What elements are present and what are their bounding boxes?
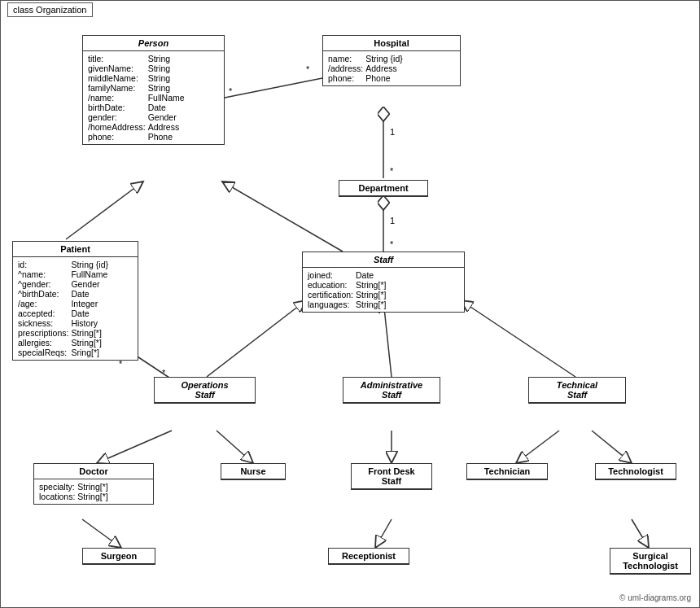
- svg-text:*: *: [306, 64, 310, 74]
- class-surgical-technologist-title: SurgicalTechnologist: [610, 549, 690, 574]
- svg-line-21: [217, 431, 253, 463]
- class-technologist: Technologist: [595, 463, 676, 480]
- class-staff: Staff joined:Date education:String[*] ce…: [302, 252, 465, 313]
- class-nurse-title: Nurse: [221, 464, 285, 479]
- class-doctor-attrs: specialty:String[*] locations:String[*]: [34, 479, 153, 504]
- svg-line-26: [375, 519, 392, 548]
- svg-line-24: [592, 431, 632, 463]
- svg-line-3: [221, 78, 322, 98]
- class-department: Department: [339, 180, 428, 197]
- class-surgical-technologist: SurgicalTechnologist: [610, 548, 691, 575]
- class-patient-title: Patient: [13, 242, 138, 257]
- svg-line-12: [66, 182, 143, 239]
- class-doctor: Doctor specialty:String[*] locations:Str…: [33, 463, 154, 505]
- class-staff-title: Staff: [303, 252, 464, 268]
- class-person-attrs: title:String givenName:String middleName…: [83, 51, 224, 144]
- svg-line-17: [207, 300, 306, 377]
- class-technician-title: Technician: [467, 464, 547, 479]
- class-hospital-title: Hospital: [323, 36, 460, 51]
- svg-line-13: [222, 182, 343, 252]
- class-surgeon-title: Surgeon: [83, 549, 155, 564]
- class-nurse: Nurse: [221, 463, 286, 480]
- class-front-desk-staff-title: Front DeskStaff: [352, 464, 431, 489]
- diagram-title: class Organization: [7, 2, 93, 17]
- svg-text:*: *: [229, 86, 233, 96]
- diagram-container: class Organization * * 1 *: [0, 0, 700, 608]
- class-person-title: Person: [83, 36, 224, 51]
- class-staff-attrs: joined:Date education:String[*] certific…: [303, 268, 464, 312]
- class-receptionist-title: Receptionist: [329, 549, 409, 564]
- class-operations-staff: OperationsStaff: [154, 377, 256, 404]
- class-technologist-title: Technologist: [596, 464, 676, 479]
- class-patient: Patient id:String {id} ^name:FullName ^g…: [12, 241, 138, 361]
- class-front-desk-staff: Front DeskStaff: [351, 463, 432, 490]
- class-hospital-attrs: name:String {id} /address:Address phone:…: [323, 51, 460, 85]
- class-technician: Technician: [466, 463, 548, 480]
- svg-text:*: *: [390, 239, 394, 249]
- class-technical-staff-title: TechnicalStaff: [529, 378, 625, 403]
- svg-line-23: [516, 431, 559, 463]
- svg-line-25: [82, 519, 121, 548]
- svg-text:*: *: [390, 166, 394, 176]
- svg-line-27: [632, 519, 649, 548]
- class-patient-attrs: id:String {id} ^name:FullName ^gender:Ge…: [13, 257, 138, 360]
- class-person: Person title:String givenName:String mid…: [82, 35, 225, 145]
- class-department-title: Department: [339, 181, 427, 196]
- copyright-text: © uml-diagrams.org: [619, 593, 691, 602]
- class-operations-staff-title: OperationsStaff: [155, 378, 255, 403]
- class-administrative-staff: AdministrativeStaff: [343, 377, 440, 404]
- svg-text:1: 1: [390, 127, 395, 137]
- class-surgeon: Surgeon: [82, 548, 155, 565]
- class-technical-staff: TechnicalStaff: [528, 377, 626, 404]
- class-hospital: Hospital name:String {id} /address:Addre…: [322, 35, 461, 86]
- class-doctor-title: Doctor: [34, 464, 153, 479]
- class-receptionist: Receptionist: [328, 548, 409, 565]
- svg-line-20: [97, 431, 172, 463]
- svg-text:1: 1: [390, 216, 395, 225]
- svg-line-19: [461, 300, 575, 377]
- class-administrative-staff-title: AdministrativeStaff: [343, 378, 440, 403]
